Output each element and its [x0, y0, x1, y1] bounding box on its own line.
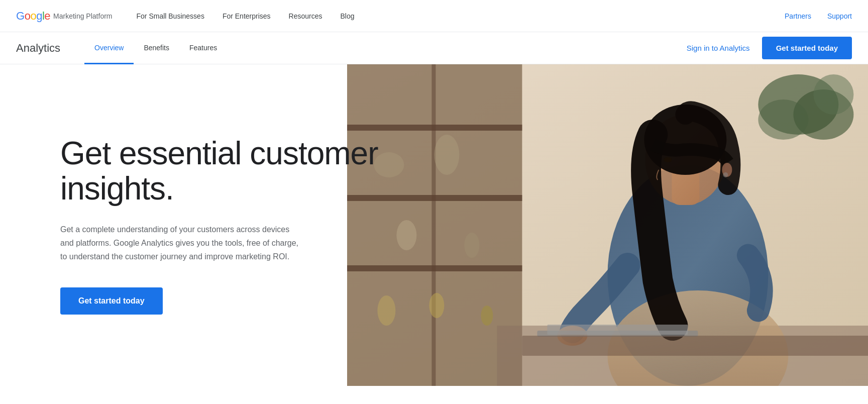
nav-link-enterprises[interactable]: For Enterprises: [223, 12, 271, 20]
svg-point-13: [481, 306, 493, 326]
get-started-button-header[interactable]: Get started today: [762, 37, 852, 59]
analytics-brand-label: Analytics: [16, 42, 60, 55]
brand-logo[interactable]: Google Marketing Platform: [16, 10, 113, 23]
hero-title: Get essential customer insights.: [60, 136, 394, 207]
get-started-button-hero[interactable]: Get started today: [60, 287, 163, 315]
nav-link-support[interactable]: Support: [827, 12, 852, 20]
top-navigation: Google Marketing Platform For Small Busi…: [0, 0, 868, 32]
nav-link-resources[interactable]: Resources: [289, 12, 322, 20]
svg-point-27: [723, 172, 728, 177]
hero-section: Get essential customer insights. Get a c…: [0, 64, 868, 386]
hero-description: Get a complete understanding of your cus…: [60, 223, 301, 264]
nav-link-partners[interactable]: Partners: [785, 12, 811, 20]
hero-content: Get essential customer insights. Get a c…: [0, 64, 434, 386]
svg-point-25: [664, 157, 672, 162]
svg-point-10: [465, 233, 480, 258]
tab-overview[interactable]: Overview: [84, 33, 134, 64]
sub-navigation: Analytics Overview Benefits Features Sig…: [0, 32, 868, 64]
sub-nav-right: Sign in to Analytics Get started today: [687, 37, 852, 59]
top-nav-right: Partners Support: [785, 12, 852, 20]
sub-nav-links: Overview Benefits Features: [84, 32, 227, 64]
sign-in-link[interactable]: Sign in to Analytics: [687, 44, 750, 52]
tab-benefits[interactable]: Benefits: [134, 33, 179, 64]
platform-name: Marketing Platform: [53, 12, 112, 20]
svg-point-17: [814, 74, 854, 115]
svg-rect-29: [548, 325, 688, 335]
top-nav-links: For Small Businesses For Enterprises Res…: [137, 12, 785, 20]
tab-features[interactable]: Features: [179, 33, 227, 64]
google-logo: Google: [16, 10, 50, 23]
nav-link-blog[interactable]: Blog: [341, 12, 355, 20]
svg-point-8: [435, 135, 460, 175]
svg-point-18: [758, 99, 809, 140]
nav-link-small-business[interactable]: For Small Businesses: [137, 12, 204, 20]
svg-rect-30: [522, 336, 868, 356]
